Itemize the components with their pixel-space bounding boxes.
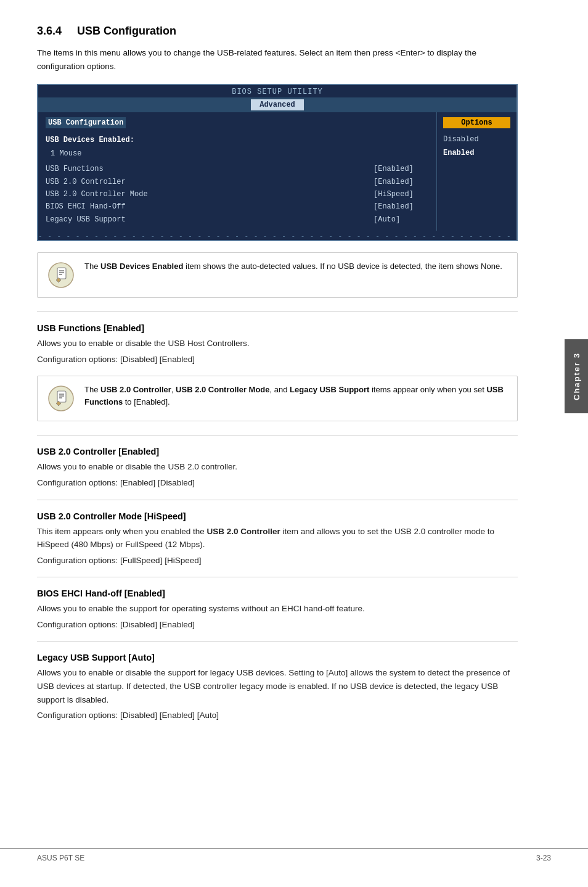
bios-row-value-1: [Enabled] bbox=[374, 176, 429, 188]
note-text-2: The USB 2.0 Controller, USB 2.0 Controll… bbox=[84, 384, 508, 408]
bios-row-value-0: [Enabled] bbox=[374, 163, 429, 175]
config-text-usb-functions: Configuration options: [Disabled] [Enabl… bbox=[37, 353, 518, 366]
bios-row-label-1: USB 2.0 Controller bbox=[46, 176, 374, 188]
sub-heading-usb20-controller: USB 2.0 Controller [Enabled] bbox=[37, 447, 518, 456]
bios-devices-label: USB Devices Enabled: bbox=[46, 136, 429, 144]
divider-5 bbox=[37, 641, 518, 642]
note1-text-after: item shows the auto-detected values. If … bbox=[183, 262, 502, 271]
svg-rect-7 bbox=[57, 391, 66, 402]
bios-row-label-3: BIOS EHCI Hand-Off bbox=[46, 200, 374, 213]
bios-main: USB Configuration USB Devices Enabled: 1… bbox=[38, 112, 436, 231]
bios-row-value-3: [Enabled] bbox=[374, 200, 429, 213]
bios-row-2[interactable]: USB 2.0 Controller Mode [HiSpeed] bbox=[46, 188, 429, 200]
bios-tab-bar: Advanced bbox=[38, 97, 517, 112]
note2-bold1: USB 2.0 Controller bbox=[100, 385, 171, 394]
bios-row-4[interactable]: Legacy USB Support [Auto] bbox=[46, 213, 429, 226]
bios-title-bar: BIOS SETUP UTILITY bbox=[38, 85, 517, 97]
note2-bold3: Legacy USB Support bbox=[290, 385, 369, 394]
section-heading: USB Configuration bbox=[77, 25, 176, 37]
footer-right: 3-23 bbox=[536, 854, 551, 862]
note-icon-2 bbox=[46, 384, 76, 413]
divider-4 bbox=[37, 577, 518, 577]
bios-row-label-0: USB Functions bbox=[46, 163, 374, 175]
usb20-mode-bold: USB 2.0 Controller bbox=[206, 527, 280, 536]
divider-3 bbox=[37, 500, 518, 500]
divider-1 bbox=[37, 311, 518, 312]
bios-menu-title: USB Configuration bbox=[46, 117, 126, 128]
bios-box: BIOS SETUP UTILITY Advanced USB Configur… bbox=[37, 84, 518, 241]
note-text-1: The USB Devices Enabled item shows the a… bbox=[84, 260, 502, 273]
sub-heading-usb20-mode: USB 2.0 Controller Mode [HiSpeed] bbox=[37, 511, 518, 521]
note-icon-1 bbox=[46, 260, 76, 290]
body-text-usb20-mode: This item appears only when you enabled … bbox=[37, 525, 518, 551]
note-box-2: The USB 2.0 Controller, USB 2.0 Controll… bbox=[37, 376, 518, 421]
bios-sidebar-title: Options bbox=[443, 117, 510, 128]
bios-dashes: - - - - - - - - - - - - - - - - - - - - … bbox=[38, 231, 517, 240]
bios-row-label-2: USB 2.0 Controller Mode bbox=[46, 188, 374, 200]
sub-heading-usb-functions: USB Functions [Enabled] bbox=[37, 323, 518, 333]
svg-rect-1 bbox=[57, 268, 66, 279]
section-title: 3.6.4 USB Configuration bbox=[37, 25, 518, 38]
config-text-usb20-mode: Configuration options: [FullSpeed] [HiSp… bbox=[37, 554, 518, 567]
body-text-legacy-usb: Allows you to enable or disable the supp… bbox=[37, 666, 518, 706]
config-text-legacy-usb: Configuration options: [Disabled] [Enabl… bbox=[37, 709, 518, 722]
bios-body: USB Configuration USB Devices Enabled: 1… bbox=[38, 112, 517, 231]
bios-row-value-4: [Auto] bbox=[374, 213, 429, 226]
sub-heading-bios-ehci: BIOS EHCI Hand-off [Enabled] bbox=[37, 588, 518, 598]
body-text-bios-ehci: Allows you to enable the support for ope… bbox=[37, 602, 518, 616]
divider-2 bbox=[37, 435, 518, 435]
page-content: 3.6.4 USB Configuration The items in thi… bbox=[0, 0, 555, 762]
bios-row-1[interactable]: USB 2.0 Controller [Enabled] bbox=[46, 176, 429, 188]
sub-heading-legacy-usb: Legacy USB Support [Auto] bbox=[37, 653, 518, 662]
bios-tab-advanced[interactable]: Advanced bbox=[251, 99, 304, 110]
bios-sidebar: Options Disabled Enabled bbox=[436, 112, 517, 231]
footer-left: ASUS P6T SE bbox=[37, 854, 84, 862]
config-text-usb20-controller: Configuration options: [Enabled] [Disabl… bbox=[37, 476, 518, 490]
body-text-usb20-controller: Allows you to enable or disable the USB … bbox=[37, 460, 518, 474]
bios-row-0[interactable]: USB Functions [Enabled] bbox=[46, 163, 429, 175]
chapter-sidebar: Chapter 3 bbox=[565, 339, 588, 413]
note2-bold2: USB 2.0 Controller Mode bbox=[176, 385, 269, 394]
note1-bold1: USB Devices Enabled bbox=[100, 262, 183, 271]
body-text-usb-functions: Allows you to enable or disable the USB … bbox=[37, 337, 518, 350]
bios-row-label-4: Legacy USB Support bbox=[46, 213, 374, 226]
footer-bar: ASUS P6T SE 3-23 bbox=[0, 848, 588, 862]
config-text-bios-ehci: Configuration options: [Disabled] [Enabl… bbox=[37, 618, 518, 632]
intro-text: The items in this menu allows you to cha… bbox=[37, 46, 518, 73]
section-number: 3.6.4 bbox=[37, 25, 62, 37]
bios-sidebar-option-disabled[interactable]: Disabled bbox=[443, 133, 510, 147]
note-box-1: The USB Devices Enabled item shows the a… bbox=[37, 252, 518, 298]
bios-device-item: 1 Mouse bbox=[46, 149, 429, 158]
bios-row-3[interactable]: BIOS EHCI Hand-Off [Enabled] bbox=[46, 200, 429, 213]
bios-row-value-2: [HiSpeed] bbox=[374, 188, 429, 200]
bios-sidebar-option-enabled[interactable]: Enabled bbox=[443, 147, 510, 160]
